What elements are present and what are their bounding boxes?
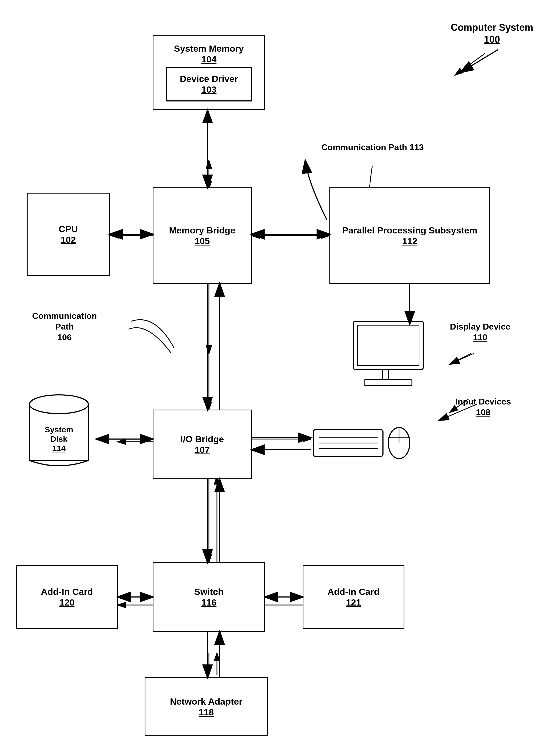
svg-line-20 <box>450 353 471 364</box>
switch-number: 116 <box>201 597 217 608</box>
network-adapter-label: Network Adapter <box>170 696 243 707</box>
parallel-processing-box: Parallel Processing Subsystem 112 <box>329 187 490 284</box>
memory-bridge-label: Memory Bridge <box>169 225 235 236</box>
switch-box: Switch 116 <box>153 562 265 632</box>
svg-point-34 <box>29 395 88 414</box>
add-in-card-120-box: Add-In Card 120 <box>16 565 118 629</box>
parallel-processing-label: Parallel Processing Subsystem <box>342 225 478 236</box>
svg-line-55 <box>461 49 498 72</box>
input-devices-label: Input Devices 108 <box>455 396 511 417</box>
svg-rect-25 <box>364 380 412 386</box>
diagram: Computer System 100 System Memory 104 De… <box>0 0 560 756</box>
display-device-label: Display Device 110 <box>450 321 511 343</box>
add-in-card-120-number: 120 <box>59 597 75 608</box>
device-driver-box: Device Driver 103 <box>166 67 252 101</box>
add-in-card-121-label: Add-In Card <box>327 586 380 597</box>
device-driver-number: 103 <box>201 84 217 95</box>
comm-path-113-label: Communication Path 113 <box>321 142 424 152</box>
arrows-svg <box>0 0 560 756</box>
svg-text:System: System <box>45 425 73 434</box>
io-bridge-number: 107 <box>195 445 210 455</box>
cpu-label: CPU <box>59 224 78 234</box>
network-adapter-number: 118 <box>199 707 214 717</box>
cylinder-svg: System Disk 114 <box>21 383 96 474</box>
svg-text:114: 114 <box>52 444 66 453</box>
computer-system-label: Computer System 100 <box>451 21 533 45</box>
add-in-card-120-label: Add-In Card <box>41 586 93 597</box>
system-memory-label: System Memory <box>174 43 244 54</box>
memory-bridge-number: 105 <box>195 236 210 246</box>
input-svg <box>311 419 413 467</box>
cpu-number: 102 <box>61 234 76 245</box>
switch-label: Switch <box>194 586 224 597</box>
memory-bridge-box: Memory Bridge 105 <box>153 187 252 284</box>
monitor-svg <box>348 319 428 388</box>
comm-path-106-label: CommunicationPath106 <box>32 310 97 343</box>
display-device-icon <box>348 319 428 389</box>
system-memory-box: System Memory 104 Device Driver 103 <box>153 35 265 110</box>
svg-rect-24 <box>382 369 388 380</box>
svg-line-19 <box>455 54 485 75</box>
add-in-card-121-number: 121 <box>346 597 361 608</box>
system-memory-number: 104 <box>201 54 217 64</box>
device-driver-label: Device Driver <box>180 73 238 84</box>
svg-rect-23 <box>358 325 419 365</box>
system-disk-icon: System Disk 114 <box>21 383 96 475</box>
network-adapter-box: Network Adapter 118 <box>145 677 268 736</box>
add-in-card-121-box: Add-In Card 121 <box>303 565 404 629</box>
parallel-processing-number: 112 <box>402 236 418 246</box>
cpu-box: CPU 102 <box>27 193 110 276</box>
io-bridge-label: I/O Bridge <box>180 434 224 445</box>
io-bridge-box: I/O Bridge 107 <box>153 410 252 479</box>
main-arrows <box>0 0 560 756</box>
svg-line-56 <box>450 353 474 364</box>
svg-text:Disk: Disk <box>51 434 67 443</box>
input-devices-icon <box>311 419 413 468</box>
